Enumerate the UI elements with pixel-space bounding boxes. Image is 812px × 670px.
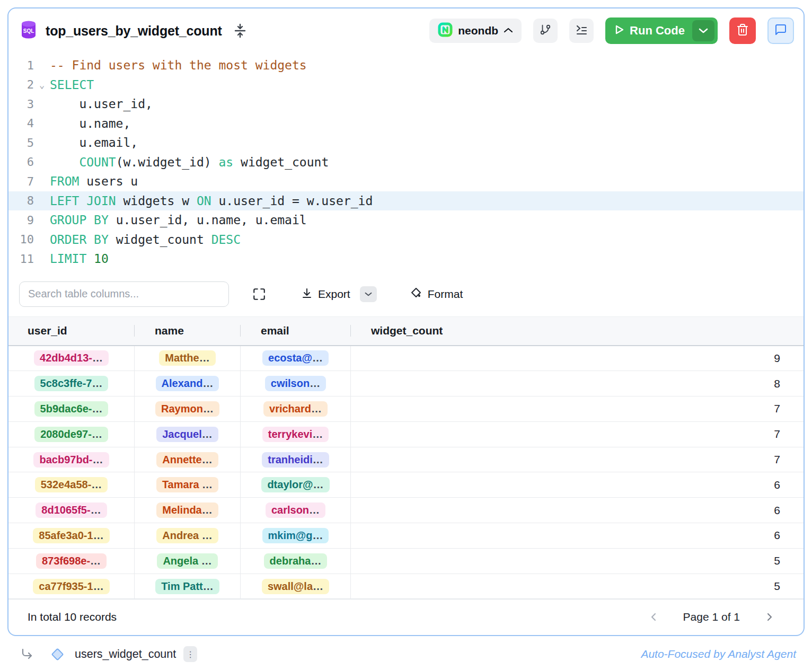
table-cell-email[interactable]: vrichard… (241, 396, 351, 421)
code-line[interactable]: 11LIMIT 10 (8, 249, 804, 269)
table-cell-email[interactable]: swall@la… (241, 574, 351, 599)
cell-value-badge[interactable]: Tamara … (156, 477, 218, 492)
cell-value-badge[interactable]: dtaylor@… (261, 477, 329, 492)
table-cell-user-id[interactable]: 85afe3a0-1… (8, 523, 135, 548)
run-options-chevron[interactable] (692, 20, 714, 41)
cell-value-badge[interactable]: 873f698e-… (36, 553, 107, 569)
table-cell-name[interactable]: Matthe… (135, 346, 241, 371)
output-options-button[interactable]: ⋮ (183, 646, 197, 662)
delete-cell-button[interactable] (729, 17, 756, 44)
table-cell-user-id[interactable]: 2080de97-… (8, 422, 135, 447)
table-cell-name[interactable]: Tamara … (135, 472, 241, 497)
cell-value-badge[interactable]: debraha… (264, 553, 328, 569)
run-code-button[interactable]: Run Code (605, 17, 718, 44)
sql-code-editor[interactable]: 1-- Find users with the most widgets2⌄SE… (8, 53, 804, 272)
code-line[interactable]: 10ORDER BY widget_count DESC (8, 230, 804, 250)
table-row[interactable]: bacb97bd-…Annette…tranheidi…7 (8, 447, 804, 473)
table-cell-user-id[interactable]: 5b9dac6e-… (8, 396, 135, 421)
code-line[interactable]: 3 u.user_id, (8, 94, 804, 114)
cell-value-badge[interactable]: cwilson… (265, 376, 326, 391)
export-options-chevron[interactable] (360, 286, 377, 302)
output-variable-name[interactable]: users_widget_count (75, 648, 176, 661)
expand-table-button[interactable] (252, 287, 266, 301)
table-cell-name[interactable]: Tim Patt… (135, 574, 241, 599)
table-row[interactable]: 8d1065f5-…Melinda…carlson…6 (8, 498, 804, 523)
table-cell-user-id[interactable]: ca77f935-1… (8, 574, 135, 599)
table-cell-email[interactable]: carlson… (241, 498, 351, 523)
cell-value-badge[interactable]: Matthe… (159, 350, 215, 366)
table-row[interactable]: 5c8c3ffe-7…Alexand…cwilson…8 (8, 371, 804, 396)
table-cell-widget-count[interactable]: 6 (351, 523, 804, 548)
code-line[interactable]: 8LEFT JOIN widgets w ON u.user_id = w.us… (8, 191, 804, 211)
search-input[interactable] (19, 281, 229, 307)
table-cell-email[interactable]: ecosta@… (241, 346, 351, 371)
code-line[interactable]: 6 COUNT(w.widget_id) as widget_count (8, 153, 804, 172)
export-button[interactable]: Export (301, 286, 377, 302)
table-cell-widget-count[interactable]: 7 (351, 396, 804, 421)
table-cell-name[interactable]: Annette… (135, 447, 241, 472)
format-button[interactable]: Format (410, 287, 463, 302)
code-line[interactable]: 1-- Find users with the most widgets (8, 56, 804, 75)
cell-value-badge[interactable]: Tim Patt… (155, 579, 219, 594)
cell-value-badge[interactable]: Andrea … (156, 528, 218, 543)
code-line[interactable]: 9GROUP BY u.user_id, u.name, u.email (8, 210, 804, 230)
column-header-name[interactable]: name (135, 324, 241, 337)
table-cell-widget-count[interactable]: 6 (351, 498, 804, 523)
table-cell-name[interactable]: Raymon… (135, 396, 241, 421)
cell-value-badge[interactable]: carlson… (266, 503, 325, 518)
table-cell-name[interactable]: Angela … (135, 549, 241, 574)
column-header-widget-count[interactable]: widget_count (351, 324, 804, 337)
table-cell-name[interactable]: Alexand… (135, 371, 241, 396)
column-header-email[interactable]: email (241, 324, 351, 337)
cell-value-badge[interactable]: tranheidi… (262, 452, 329, 468)
cell-value-badge[interactable]: 532e4a58-… (35, 477, 108, 492)
cell-value-badge[interactable]: Angela … (157, 553, 217, 569)
table-cell-email[interactable]: cwilson… (241, 371, 351, 396)
table-row[interactable]: 532e4a58-…Tamara …dtaylor@…6 (8, 472, 804, 498)
table-row[interactable]: ca77f935-1…Tim Patt…swall@la…5 (8, 574, 804, 600)
table-row[interactable]: 5b9dac6e-…Raymon…vrichard…7 (8, 396, 804, 422)
cell-value-badge[interactable]: Melinda… (156, 503, 218, 518)
table-cell-email[interactable]: dtaylor@… (241, 472, 351, 497)
previous-page-button[interactable] (649, 612, 659, 622)
table-cell-widget-count[interactable]: 7 (351, 422, 804, 447)
cell-value-badge[interactable]: Jacquel… (156, 427, 218, 442)
table-cell-widget-count[interactable]: 5 (351, 549, 804, 574)
table-cell-user-id[interactable]: bacb97bd-… (8, 447, 135, 472)
table-row[interactable]: 42db4d13-…Matthe…ecosta@…9 (8, 346, 804, 372)
cell-value-badge[interactable]: 2080de97-… (34, 427, 108, 442)
table-cell-name[interactable]: Melinda… (135, 498, 241, 523)
next-page-button[interactable] (764, 612, 774, 622)
table-cell-user-id[interactable]: 42db4d13-… (8, 346, 135, 371)
cell-value-badge[interactable]: 85afe3a0-1… (33, 528, 109, 543)
cell-value-badge[interactable]: vrichard… (263, 401, 328, 417)
cell-value-badge[interactable]: ecosta@… (262, 350, 329, 366)
database-selector[interactable]: neondb (429, 19, 522, 43)
table-cell-widget-count[interactable]: 6 (351, 472, 804, 497)
table-cell-user-id[interactable]: 532e4a58-… (8, 472, 135, 497)
table-cell-widget-count[interactable]: 7 (351, 447, 804, 472)
table-cell-widget-count[interactable]: 5 (351, 574, 804, 599)
cell-value-badge[interactable]: swall@la… (262, 579, 329, 594)
cell-value-badge[interactable]: 5c8c3ffe-7… (34, 376, 109, 391)
table-cell-user-id[interactable]: 8d1065f5-… (8, 498, 135, 523)
cell-value-badge[interactable]: bacb97bd-… (33, 452, 109, 468)
cell-value-badge[interactable]: Alexand… (156, 376, 219, 391)
table-cell-user-id[interactable]: 5c8c3ffe-7… (8, 371, 135, 396)
table-cell-widget-count[interactable]: 9 (351, 346, 804, 371)
table-cell-widget-count[interactable]: 8 (351, 371, 804, 396)
code-line[interactable]: 2⌄SELECT (8, 75, 804, 95)
cell-value-badge[interactable]: 8d1065f5-… (36, 503, 107, 518)
cell-value-badge[interactable]: Raymon… (155, 401, 219, 417)
collapse-cell-icon[interactable] (234, 23, 246, 38)
cell-value-badge[interactable]: terrykevi… (262, 427, 329, 442)
table-cell-user-id[interactable]: 873f698e-… (8, 549, 135, 574)
table-row[interactable]: 2080de97-…Jacquel…terrykevi…7 (8, 422, 804, 447)
table-cell-email[interactable]: terrykevi… (241, 422, 351, 447)
table-cell-email[interactable]: tranheidi… (241, 447, 351, 472)
code-line[interactable]: 5 u.email, (8, 133, 804, 153)
comment-button[interactable] (767, 17, 794, 44)
column-header-user-id[interactable]: user_id (8, 324, 135, 337)
format-indent-button[interactable] (569, 19, 594, 43)
table-cell-name[interactable]: Andrea … (135, 523, 241, 548)
